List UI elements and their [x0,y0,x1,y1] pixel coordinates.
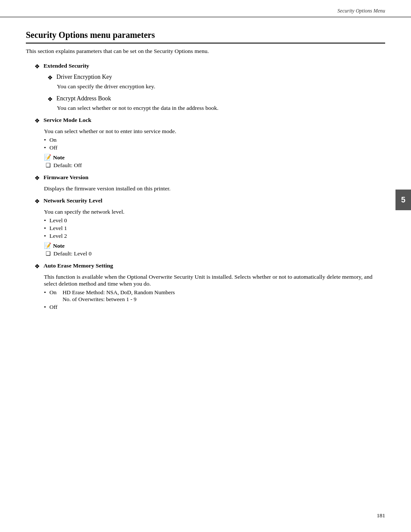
bullet-on: On [44,137,385,143]
note-content: Default: Off [46,162,385,169]
encrypt-address-desc: You can select whether or not to encrypt… [57,105,385,112]
bullet-level2: Level 2 [44,233,385,240]
diamond-icon: ❖ [34,63,40,70]
driver-encryption-block: ❖ Driver Encryption Key You can specify … [47,74,385,90]
auto-erase-desc: This function is available when the Opti… [44,274,385,287]
service-mode-block: ❖ Service Mode Lock You can select wheth… [26,117,385,169]
note-icon-2: 📝 [44,242,51,249]
extended-security-label: Extended Security [44,62,89,69]
firmware-version-desc: Displays the firmware version installed … [44,185,385,192]
firmware-version-item: ❖ Firmware Version [34,174,385,182]
note-icon: 📝 [44,154,51,161]
diamond-icon-6: ❖ [34,198,40,205]
auto-erase-item: ❖ Auto Erase Memory Setting [34,262,385,270]
driver-encryption-desc: You can specify the driver encryption ke… [57,83,385,90]
extended-security-item: ❖ Extended Security [34,62,385,70]
service-mode-item: ❖ Service Mode Lock [34,117,385,124]
bullet-level0: Level 0 [44,217,385,224]
header-title: Security Options Menu [337,8,385,14]
note-title-2: 📝 Note [44,242,385,249]
encrypt-address-label: Encrypt Address Book [56,95,111,102]
driver-encryption-item: ❖ Driver Encryption Key [47,74,385,81]
auto-erase-label: Auto Erase Memory Setting [44,262,113,269]
chapter-tab: 5 [395,190,411,210]
auto-erase-block: ❖ Auto Erase Memory Setting This functio… [26,262,385,311]
note-content-2: Default: Level 0 [46,250,385,257]
page-header: Security Options Menu [0,0,411,17]
page-footer: 181 [377,512,386,519]
diamond-icon-5: ❖ [34,174,40,182]
on-sub1: HD Erase Method: NSA, DoD, Random Number… [62,289,175,296]
on-sub2: No. of Overwrites: between 1 - 9 [62,296,175,303]
encrypt-address-block: ❖ Encrypt Address Book You can select wh… [47,95,385,112]
note-label: Note [53,154,65,161]
intro-text: This section explains parameters that ca… [26,48,385,55]
note-label-2: Note [53,243,65,249]
diamond-icon-3: ❖ [47,96,53,103]
network-security-note: 📝 Note Default: Level 0 [44,242,385,257]
network-security-item: ❖ Network Security Level [34,197,385,205]
chapter-number: 5 [401,196,405,205]
page: Security Options Menu Security Options m… [0,0,411,532]
driver-encryption-label: Driver Encryption Key [56,74,112,81]
service-mode-bullets: On Off [44,137,385,151]
service-mode-label: Service Mode Lock [44,117,91,124]
diamond-icon-2: ❖ [47,74,53,81]
bullet-off: Off [44,144,385,151]
network-security-desc: You can specify the network level. [44,208,385,215]
service-mode-desc: You can select whether or not to enter i… [44,128,385,135]
network-security-bullets: Level 0 Level 1 Level 2 [44,217,385,240]
network-security-block: ❖ Network Security Level You can specify… [26,197,385,257]
content: Security Options menu parameters This se… [0,17,411,342]
note-title: 📝 Note [44,154,385,161]
diamond-icon-4: ❖ [34,117,40,124]
encrypt-address-item: ❖ Encrypt Address Book [47,95,385,103]
page-number: 181 [377,512,386,519]
network-security-label: Network Security Level [44,197,102,204]
bullet-off-2: Off [44,304,385,311]
service-mode-note: 📝 Note Default: Off [44,154,385,169]
firmware-version-block: ❖ Firmware Version Displays the firmware… [26,174,385,192]
firmware-version-label: Firmware Version [44,174,88,181]
bullet-level1: Level 1 [44,225,385,232]
extended-security-block: ❖ Extended Security ❖ Driver Encryption … [26,62,385,112]
bullet-on-2: On HD Erase Method: NSA, DoD, Random Num… [44,289,385,303]
section-title: Security Options menu parameters [26,30,385,44]
diamond-icon-7: ❖ [34,263,40,270]
auto-erase-bullets: On HD Erase Method: NSA, DoD, Random Num… [44,289,385,311]
